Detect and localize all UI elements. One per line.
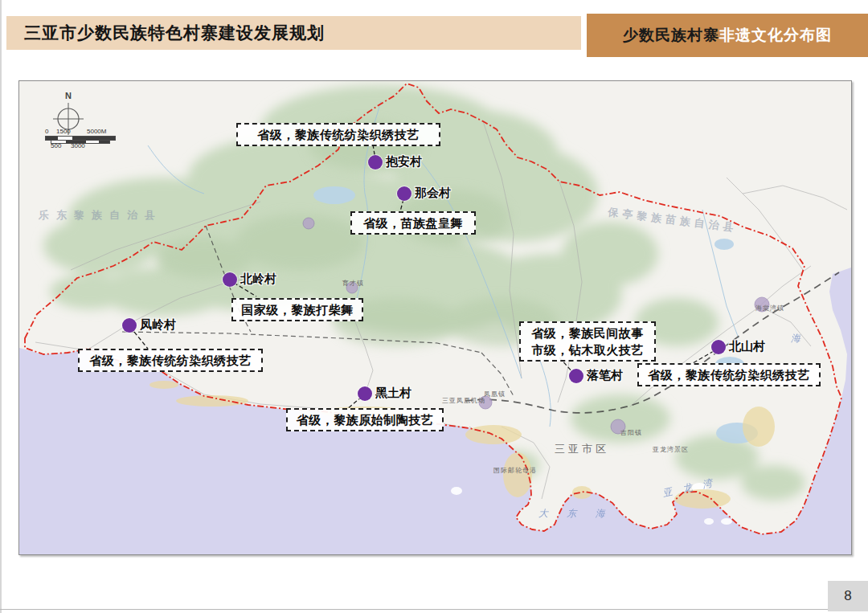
scale-label: 0 bbox=[45, 128, 48, 135]
header-right-bar: 少数民族村寨 非遗文化分布图 bbox=[587, 14, 868, 57]
scale-label: 500 bbox=[51, 142, 61, 149]
scale-label: 3000 bbox=[71, 142, 85, 149]
map-artwork bbox=[19, 81, 851, 554]
page-number: 8 bbox=[828, 581, 868, 611]
page-title: 三亚市少数民族特色村寨建设发展规划 bbox=[6, 22, 325, 44]
slide-bottom-border bbox=[0, 609, 868, 610]
header-left-bar: 三亚市少数民族特色村寨建设发展规划 bbox=[6, 16, 581, 50]
slide-left-border bbox=[0, 0, 2, 613]
header-right-prefix: 少数民族村寨 bbox=[623, 25, 719, 46]
scale-label: 1500 bbox=[56, 128, 71, 135]
scale-bar: 0 1500 5000M 500 3000 bbox=[43, 128, 124, 152]
map-canvas: 乐东黎族自治县保亭黎族苗族自治县大 东 海亚 龙 湾海三亚市区吉阳镇凤凰镇三亚凤… bbox=[18, 80, 852, 555]
header-right-suffix: 非遗文化分布图 bbox=[719, 25, 832, 46]
north-label: N bbox=[65, 91, 72, 100]
scale-label: 5000M bbox=[87, 128, 106, 135]
